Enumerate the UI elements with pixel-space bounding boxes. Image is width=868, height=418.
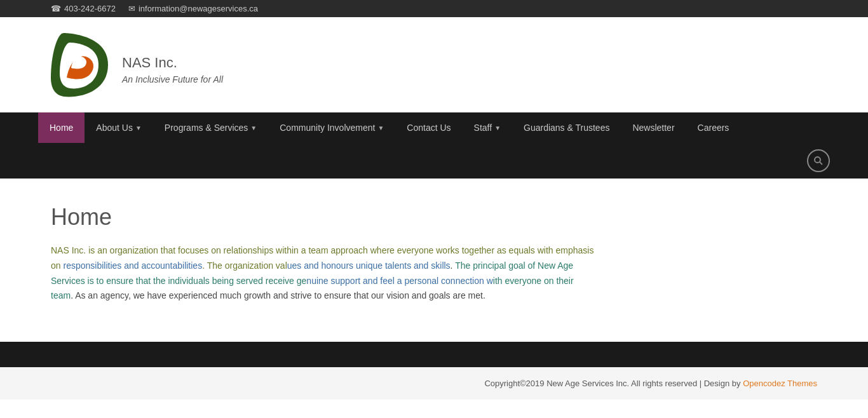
email-address: information@newageservices.ca <box>139 4 258 13</box>
footer-light: Copyright©2019 New Age Services Inc. All… <box>0 367 868 400</box>
nav-community-involvement[interactable]: Community Involvement ▼ <box>268 112 395 143</box>
logo-tagline: An Inclusive Future for All <box>122 74 223 84</box>
search-button[interactable] <box>807 149 830 172</box>
site-header: NAS Inc. An Inclusive Future for All <box>0 17 868 112</box>
logo-icon <box>51 30 114 100</box>
email-info[interactable]: ✉ information@newageservices.ca <box>128 4 258 13</box>
logo-text: NAS Inc. An Inclusive Future for All <box>122 46 223 84</box>
nav-about-us[interactable]: About Us ▼ <box>85 112 153 143</box>
nav-careers[interactable]: Careers <box>686 112 741 143</box>
design-link[interactable]: Opencodez Themes <box>743 379 817 388</box>
phone-number: 403-242-6672 <box>64 4 116 13</box>
svg-line-1 <box>820 162 822 165</box>
svg-point-0 <box>815 157 820 163</box>
nav-home[interactable]: Home <box>38 112 85 143</box>
intro-paragraph: NAS Inc. is an organization that focuses… <box>51 243 597 304</box>
search-bar <box>0 143 868 179</box>
email-icon: ✉ <box>128 4 135 13</box>
logo-area[interactable]: NAS Inc. An Inclusive Future for All <box>51 30 223 100</box>
main-content: Home NAS Inc. is an organization that fo… <box>0 179 868 342</box>
chevron-down-icon: ▼ <box>377 125 384 131</box>
footer-dark-band <box>0 342 868 367</box>
nav-newsletter[interactable]: Newsletter <box>621 112 686 143</box>
nav-staff[interactable]: Staff ▼ <box>463 112 512 143</box>
top-bar: ☎ 403-242-6672 ✉ information@newageservi… <box>0 0 868 17</box>
phone-icon: ☎ <box>51 4 61 13</box>
main-nav: Home About Us ▼ Programs & Services ▼ Co… <box>0 112 868 143</box>
nav-guardians-trustees[interactable]: Guardians & Trustees <box>512 112 621 143</box>
logo-name: NAS Inc. <box>122 46 223 73</box>
copyright-text: Copyright©2019 New Age Services Inc. All… <box>484 379 743 388</box>
chevron-down-icon: ▼ <box>494 125 501 131</box>
chevron-down-icon: ▼ <box>250 125 257 131</box>
chevron-down-icon: ▼ <box>135 125 142 131</box>
page-title: Home <box>51 204 817 231</box>
nav-contact-us[interactable]: Contact Us <box>395 112 462 143</box>
nav-programs-services[interactable]: Programs & Services ▼ <box>153 112 268 143</box>
phone-info: ☎ 403-242-6672 <box>51 4 116 13</box>
search-icon <box>813 155 824 166</box>
